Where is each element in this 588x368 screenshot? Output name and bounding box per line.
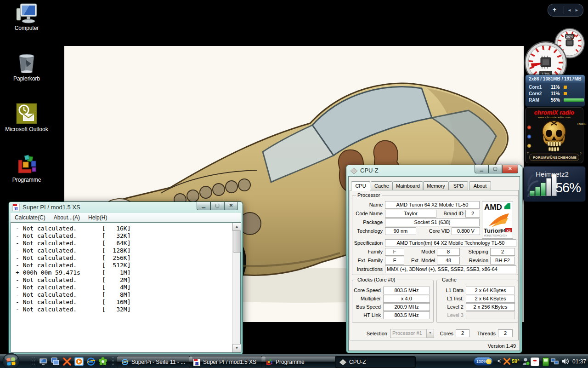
clock[interactable]: 01:37 [572,358,586,365]
ram-row: RAM 56% [529,98,539,103]
instructions-field: MMX (+), 3DNow! (+), SSE, SSE2, SSE3, x8… [385,265,516,273]
desktop-icon-recycle-bin[interactable]: Papierkorb [0,52,53,85]
radio-url: www.chromixradio.com [526,116,583,119]
desktop-icon-programme[interactable]: Programme [0,153,53,186]
toolbar-grip[interactable] [112,357,114,366]
battery-meter[interactable]: 100% [474,357,493,366]
radio-corner-right[interactable]: ? [580,152,582,155]
processor-group: Processor Name AMD Turion 64 X2 Mobile T… [352,195,518,275]
switch-windows-icon[interactable] [51,357,60,366]
desktop-icon-computer[interactable]: Computer [0,2,53,34]
processor-selection-combobox[interactable]: Processor #1 ▼ [390,329,434,338]
radio-link-home[interactable]: HOME [565,155,577,160]
scrollbar-thumb[interactable] [233,230,241,253]
computer-icon [16,3,38,24]
technology-field: 90 nm [385,227,416,235]
tab-spd[interactable]: SPD [449,181,468,190]
chevron-down-icon: ▼ [426,329,434,338]
close-button[interactable]: ✕ [224,202,238,210]
cdex-icon[interactable] [62,357,72,366]
tab-about[interactable]: About [469,181,491,190]
signal-bar-1 [530,190,535,196]
menu-about[interactable]: About...(A) [50,213,84,221]
specification-field: AMD Turion(tm) 64 X2 Mobile Technology T… [385,239,516,247]
close-button[interactable]: ✕ [502,165,518,173]
maximize-button[interactable]: ▢ [488,165,502,173]
clocks-group: Clocks (Core #0) Core Speed 803.5 MHz Mu… [352,280,434,323]
multiplier-field: x 4.0 [383,295,430,303]
desktop-icon-outlook[interactable]: Microsoft Outlook [0,102,53,135]
radio-knob-gold[interactable] [527,144,531,148]
result-line: - Not calculated. [ 32K] [16,232,130,240]
core-vid-field: 0.800 V [452,227,480,235]
name-field: AMD Turion 64 X2 Mobile TL-50 [385,201,480,209]
vertical-scrollbar[interactable]: ▲ ▼ [232,223,240,352]
signal-bar-2 [535,187,540,196]
temperature-reading[interactable]: 59° [512,358,520,364]
radio-knob-blue[interactable] [527,134,531,139]
maximize-button[interactable]: ▢ [210,202,224,210]
taskbar-button-cpuz[interactable]: CPU-Z [335,356,416,368]
gadget-sidebar-controls[interactable]: + ◄ ► [548,4,583,17]
gadget-add-button[interactable]: + [553,6,556,13]
stepping-field: 2 [490,248,515,256]
radio-link-forum[interactable]: FORUM [533,155,547,160]
family-field: F [385,248,404,256]
signal-bar-3 [541,183,546,196]
tray-collapse-chevron[interactable]: < [498,358,501,364]
signal-bar-4 [546,178,551,196]
internet-explorer-icon[interactable] [86,357,96,366]
taskbar-button-superpi[interactable]: π Super PI / mod1.5 XS [189,356,266,368]
media-player-icon[interactable] [74,357,84,366]
cpuz-app-icon [339,359,346,365]
volume-tray-icon[interactable] [561,357,569,365]
radio-corner-left[interactable]: T [527,152,529,155]
radio-knob-red[interactable] [527,125,531,130]
network-tray-icon[interactable] [551,357,559,365]
power-device-tray-icon[interactable] [543,357,549,366]
window-title: CPU-Z [360,167,379,174]
messenger-tray-icon[interactable] [522,357,530,365]
tab-cache[interactable]: Cache [371,181,393,190]
threads-field: 2 [498,329,513,337]
divider [564,6,564,14]
cdex-tray-icon[interactable] [503,357,511,365]
cores-field: 2 [456,329,469,337]
toolbar-grip[interactable] [32,357,35,366]
scroll-up-button[interactable]: ▲ [232,223,241,231]
start-button[interactable] [2,353,20,368]
svg-text:64: 64 [501,228,505,233]
avira-tray-icon[interactable]: ☂ [531,357,539,366]
core-meter-header: 2x86 / 1081MB / 1917MB [526,75,585,83]
skull-image [539,120,569,154]
scroll-down-button[interactable]: ▼ [232,344,241,352]
radio-gadget[interactable]: chromiX radio www.chromixradio.com T RUH… [525,107,583,163]
result-line: - Not calculated. [ 4M] [16,284,130,291]
menu-help[interactable]: Help(H) [84,213,111,221]
wlan-gadget[interactable]: Heimnetz2 56% [523,166,586,202]
taskbar-button-programme[interactable]: Programme [261,356,336,368]
superpi-app-icon: π [12,204,20,211]
wlan-signal-percent: 56% [555,180,581,196]
core-meter-gadget[interactable]: 2x86 / 1081MB / 1917MB Core1 11% Core2 1… [525,75,585,107]
show-desktop-icon[interactable] [39,357,48,366]
svg-text:π: π [195,360,199,366]
tab-cpu[interactable]: CPU [351,181,370,191]
radio-link-wuensche[interactable]: WÜNSCHE [547,155,566,160]
core-speed-field: 803.5 MHz [383,287,430,294]
radio-volume-rail[interactable]: RUHE [577,122,582,126]
tab-mainboard[interactable]: Mainboard [393,181,423,190]
minimize-button[interactable]: ▁ [197,202,210,210]
taskbar-button-superpi-browser[interactable]: SuperPi - Seite 11 - ... [117,356,193,368]
svg-text:56%: 56% [566,34,573,39]
icq-icon[interactable] [98,357,107,366]
core1-bar [564,86,567,89]
radio-title: chromiX radio [526,109,583,116]
tab-memory[interactable]: Memory [423,181,449,190]
menu-calculate[interactable]: Calculate(C) [11,213,50,221]
gadget-next-button[interactable]: ► [575,8,579,12]
gadget-prev-button[interactable]: ◄ [567,8,571,12]
superpi-results: - Not calculated. [ 16K] - Not calculate… [16,225,130,313]
minimize-button[interactable]: ▁ [475,165,488,173]
cpuz-window: CPU-Z ▁ ▢ ✕ CPU Cache Mainboard Memory S… [346,165,522,353]
